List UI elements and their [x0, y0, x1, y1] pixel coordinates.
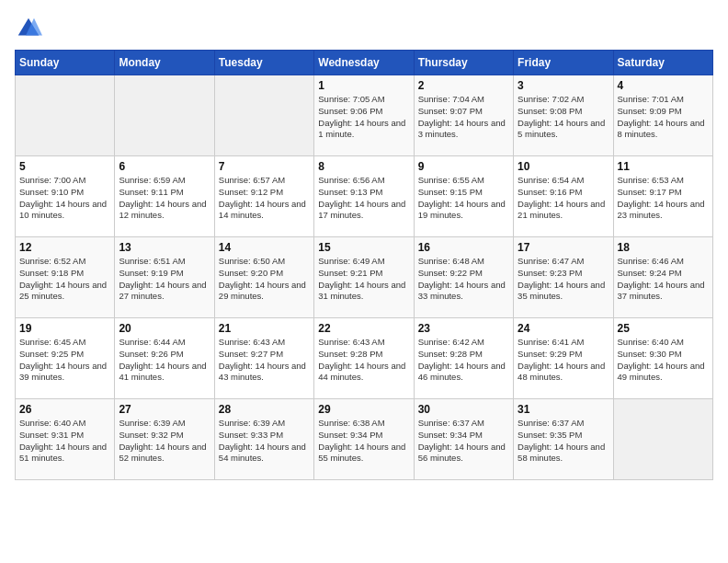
day-number: 14: [219, 241, 310, 254]
daylight-text: Daylight: 14 hours and 17 minutes.: [318, 199, 409, 223]
sunrise-text: Sunrise: 6:57 AM: [219, 175, 310, 187]
calendar-cell: 16Sunrise: 6:48 AMSunset: 9:22 PMDayligh…: [414, 237, 513, 318]
day-number: 21: [219, 322, 310, 335]
sunset-text: Sunset: 9:11 PM: [119, 187, 210, 199]
sunset-text: Sunset: 9:27 PM: [219, 349, 310, 361]
sunset-text: Sunset: 9:08 PM: [518, 106, 609, 118]
sunrise-text: Sunrise: 6:37 AM: [418, 418, 509, 430]
sunset-text: Sunset: 9:06 PM: [318, 106, 409, 118]
sunrise-text: Sunrise: 6:59 AM: [119, 175, 210, 187]
calendar-cell: 14Sunrise: 6:50 AMSunset: 9:20 PMDayligh…: [214, 237, 313, 318]
daylight-text: Daylight: 14 hours and 56 minutes.: [418, 442, 509, 465]
sunrise-text: Sunrise: 6:40 AM: [19, 418, 110, 430]
sunrise-text: Sunrise: 7:02 AM: [518, 94, 609, 106]
sunrise-text: Sunrise: 6:42 AM: [418, 337, 509, 349]
day-info: Sunrise: 6:46 AMSunset: 9:24 PMDaylight:…: [618, 256, 709, 303]
day-info: Sunrise: 6:47 AMSunset: 9:23 PMDaylight:…: [518, 256, 609, 303]
day-number: 7: [219, 160, 310, 173]
day-number: 5: [19, 160, 110, 173]
calendar-cell: 11Sunrise: 6:53 AMSunset: 9:17 PMDayligh…: [613, 156, 712, 237]
day-info: Sunrise: 6:54 AMSunset: 9:16 PMDaylight:…: [518, 175, 609, 222]
sunset-text: Sunset: 9:26 PM: [119, 349, 210, 361]
day-info: Sunrise: 6:51 AMSunset: 9:19 PMDaylight:…: [119, 256, 210, 303]
weekday-header-thursday: Thursday: [414, 51, 513, 75]
daylight-text: Daylight: 14 hours and 48 minutes.: [518, 361, 609, 385]
calendar-cell: 30Sunrise: 6:37 AMSunset: 9:34 PMDayligh…: [414, 399, 513, 480]
day-number: 3: [518, 79, 609, 92]
calendar-cell: 5Sunrise: 7:00 AMSunset: 9:10 PMDaylight…: [16, 156, 115, 237]
daylight-text: Daylight: 14 hours and 55 minutes.: [318, 442, 409, 465]
calendar-week-5: 26Sunrise: 6:40 AMSunset: 9:31 PMDayligh…: [16, 399, 713, 480]
calendar-cell: 22Sunrise: 6:43 AMSunset: 9:28 PMDayligh…: [314, 318, 414, 399]
day-info: Sunrise: 7:04 AMSunset: 9:07 PMDaylight:…: [418, 94, 509, 141]
weekday-header-sunday: Sunday: [16, 51, 115, 75]
daylight-text: Daylight: 14 hours and 14 minutes.: [219, 199, 310, 223]
sunrise-text: Sunrise: 6:50 AM: [219, 256, 310, 268]
day-number: 8: [318, 160, 409, 173]
day-info: Sunrise: 6:41 AMSunset: 9:29 PMDaylight:…: [518, 337, 609, 384]
day-number: 25: [618, 322, 709, 335]
day-number: 17: [518, 241, 609, 254]
day-number: 19: [19, 322, 110, 335]
calendar-cell: 24Sunrise: 6:41 AMSunset: 9:29 PMDayligh…: [514, 318, 613, 399]
sunrise-text: Sunrise: 6:49 AM: [318, 256, 409, 268]
calendar-cell: 29Sunrise: 6:38 AMSunset: 9:34 PMDayligh…: [314, 399, 414, 480]
weekday-header-tuesday: Tuesday: [214, 51, 313, 75]
daylight-text: Daylight: 14 hours and 10 minutes.: [19, 199, 110, 223]
day-info: Sunrise: 6:52 AMSunset: 9:18 PMDaylight:…: [19, 256, 110, 303]
day-info: Sunrise: 6:39 AMSunset: 9:33 PMDaylight:…: [219, 418, 310, 465]
sunset-text: Sunset: 9:20 PM: [219, 268, 310, 280]
sunrise-text: Sunrise: 6:44 AM: [119, 337, 210, 349]
sunrise-text: Sunrise: 6:39 AM: [119, 418, 210, 430]
day-number: 27: [119, 403, 210, 416]
day-number: 28: [219, 403, 310, 416]
sunrise-text: Sunrise: 7:05 AM: [318, 94, 409, 106]
day-info: Sunrise: 6:53 AMSunset: 9:17 PMDaylight:…: [618, 175, 709, 222]
calendar-cell: 21Sunrise: 6:43 AMSunset: 9:27 PMDayligh…: [214, 318, 313, 399]
sunrise-text: Sunrise: 6:53 AM: [618, 175, 709, 187]
calendar-cell: 31Sunrise: 6:37 AMSunset: 9:35 PMDayligh…: [514, 399, 613, 480]
sunrise-text: Sunrise: 6:46 AM: [618, 256, 709, 268]
calendar-cell: 8Sunrise: 6:56 AMSunset: 9:13 PMDaylight…: [314, 156, 414, 237]
daylight-text: Daylight: 14 hours and 27 minutes.: [119, 280, 210, 304]
calendar-week-2: 5Sunrise: 7:00 AMSunset: 9:10 PMDaylight…: [16, 156, 713, 237]
calendar-cell: 1Sunrise: 7:05 AMSunset: 9:06 PMDaylight…: [314, 75, 414, 156]
calendar-cell: 13Sunrise: 6:51 AMSunset: 9:19 PMDayligh…: [115, 237, 214, 318]
calendar-cell: 18Sunrise: 6:46 AMSunset: 9:24 PMDayligh…: [613, 237, 712, 318]
day-number: 2: [418, 79, 509, 92]
calendar-table: SundayMondayTuesdayWednesdayThursdayFrid…: [15, 50, 713, 480]
page-header: [15, 15, 713, 42]
daylight-text: Daylight: 14 hours and 33 minutes.: [418, 280, 509, 304]
calendar-cell: 7Sunrise: 6:57 AMSunset: 9:12 PMDaylight…: [214, 156, 313, 237]
day-number: 26: [19, 403, 110, 416]
calendar-cell: [16, 75, 115, 156]
day-number: 22: [318, 322, 409, 335]
sunrise-text: Sunrise: 6:54 AM: [518, 175, 609, 187]
sunset-text: Sunset: 9:16 PM: [518, 187, 609, 199]
sunset-text: Sunset: 9:25 PM: [19, 349, 110, 361]
daylight-text: Daylight: 14 hours and 8 minutes.: [618, 118, 709, 142]
sunset-text: Sunset: 9:24 PM: [618, 268, 709, 280]
calendar-header: SundayMondayTuesdayWednesdayThursdayFrid…: [16, 51, 713, 75]
day-info: Sunrise: 6:37 AMSunset: 9:34 PMDaylight:…: [418, 418, 509, 465]
calendar-cell: [115, 75, 214, 156]
day-info: Sunrise: 6:43 AMSunset: 9:28 PMDaylight:…: [318, 337, 409, 384]
day-info: Sunrise: 7:02 AMSunset: 9:08 PMDaylight:…: [518, 94, 609, 141]
daylight-text: Daylight: 14 hours and 35 minutes.: [518, 280, 609, 304]
calendar-cell: 19Sunrise: 6:45 AMSunset: 9:25 PMDayligh…: [16, 318, 115, 399]
sunrise-text: Sunrise: 7:01 AM: [618, 94, 709, 106]
daylight-text: Daylight: 14 hours and 44 minutes.: [318, 361, 409, 385]
calendar-cell: 3Sunrise: 7:02 AMSunset: 9:08 PMDaylight…: [514, 75, 613, 156]
daylight-text: Daylight: 14 hours and 3 minutes.: [418, 118, 509, 142]
sunrise-text: Sunrise: 6:39 AM: [219, 418, 310, 430]
day-info: Sunrise: 6:38 AMSunset: 9:34 PMDaylight:…: [318, 418, 409, 465]
weekday-header-friday: Friday: [514, 51, 613, 75]
day-number: 30: [418, 403, 509, 416]
calendar-cell: 6Sunrise: 6:59 AMSunset: 9:11 PMDaylight…: [115, 156, 214, 237]
daylight-text: Daylight: 14 hours and 19 minutes.: [418, 199, 509, 223]
sunset-text: Sunset: 9:28 PM: [318, 349, 409, 361]
sunrise-text: Sunrise: 6:43 AM: [318, 337, 409, 349]
day-info: Sunrise: 6:49 AMSunset: 9:21 PMDaylight:…: [318, 256, 409, 303]
daylight-text: Daylight: 14 hours and 52 minutes.: [119, 442, 210, 465]
calendar-cell: 20Sunrise: 6:44 AMSunset: 9:26 PMDayligh…: [115, 318, 214, 399]
